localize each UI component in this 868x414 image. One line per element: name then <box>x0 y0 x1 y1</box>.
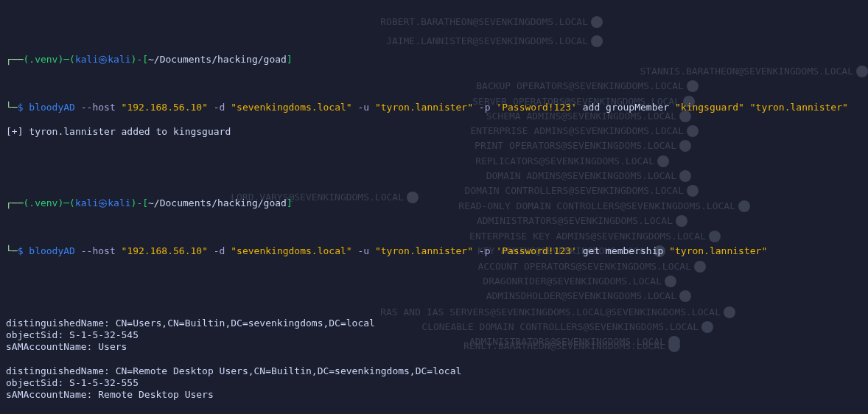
flag-u: -u <box>357 245 369 256</box>
tool-name: bloodyAD <box>29 102 75 113</box>
output-sam: sAMAccountName: Remote Desktop Users <box>6 389 862 401</box>
prompt-close: ] <box>287 197 293 208</box>
prompt-path: ~/Documents/hacking/goad <box>148 197 287 208</box>
val-host: "192.168.56.10" <box>122 102 208 113</box>
output-dn: distinguishedName: CN=Remote Desktop Use… <box>6 365 862 377</box>
output-added: [+] tyron.lannister added to kingsguard <box>6 126 862 138</box>
flag-d: -d <box>214 245 225 256</box>
val-d: "sevenkingdoms.local" <box>231 245 351 256</box>
prompt-line-2: ┌──(.venv)─(kali㉿kali)-[~/Documents/hack… <box>6 186 862 210</box>
prompt-skull: ㉿ <box>98 197 108 208</box>
val-u: "tyron.lannister" <box>375 245 473 256</box>
output-sid: objectSid: S-1-5-32-555 <box>6 377 862 389</box>
terminal[interactable]: ┌──(.venv)─(kali㉿kali)-[~/Documents/hack… <box>0 0 868 414</box>
output-dn: distinguishedName: CN=Users,CN=Builtin,D… <box>6 317 862 329</box>
flag-d: -d <box>214 102 225 113</box>
prompt-line-1: ┌──(.venv)─(kali㉿kali)-[~/Documents/hack… <box>6 42 862 66</box>
val-p: 'Password!123' <box>496 102 577 113</box>
prompt-corner: ┌── <box>6 54 23 65</box>
prompt-user: kali <box>75 54 98 65</box>
prompt-dash1: ─( <box>63 197 75 208</box>
output-sid: objectSid: S-1-5-32-545 <box>6 329 862 341</box>
prompt-dash1: ─( <box>63 54 75 65</box>
blank <box>6 270 862 281</box>
tool-name: bloodyAD <box>29 245 75 256</box>
prompt-host: kali <box>108 54 130 65</box>
prompt-path: ~/Documents/hacking/goad <box>148 54 287 65</box>
prompt-dash2: )-[ <box>131 197 148 208</box>
prompt-l2prefix: └─ <box>6 245 18 256</box>
flag-p: -p <box>479 102 491 113</box>
prompt-l2prefix: └─ <box>6 102 18 113</box>
command-line-1[interactable]: └─$ bloodyAD --host "192.168.56.10" -d "… <box>6 90 862 114</box>
prompt-skull: ㉿ <box>98 54 108 65</box>
prompt-dollar: $ <box>18 245 24 256</box>
val-u: "tyron.lannister" <box>375 102 473 113</box>
prompt-venv: (.venv) <box>23 54 63 65</box>
prompt-venv: (.venv) <box>23 197 63 208</box>
flag-u: -u <box>357 102 369 113</box>
membership-output: distinguishedName: CN=Users,CN=Builtin,D… <box>6 317 862 415</box>
prompt-dash2: )-[ <box>131 54 148 65</box>
flag-p: -p <box>479 245 491 256</box>
val-host: "192.168.56.10" <box>122 245 208 256</box>
blank <box>6 150 862 161</box>
val-d: "sevenkingdoms.local" <box>231 102 351 113</box>
arg1: "tyron.lannister" <box>669 245 767 256</box>
prompt-corner: ┌── <box>6 197 23 208</box>
prompt-host: kali <box>108 197 130 208</box>
prompt-dollar: $ <box>18 102 24 113</box>
subcmd: get membership <box>583 245 664 256</box>
blank <box>6 353 862 365</box>
arg2: "tyron.lannister" <box>750 102 848 113</box>
arg1: "kingsguard" <box>675 102 744 113</box>
subcmd: add groupMember <box>583 102 669 113</box>
flag-host: --host <box>81 102 116 113</box>
flag-host: --host <box>81 245 116 256</box>
blank <box>6 401 862 413</box>
prompt-user: kali <box>75 197 98 208</box>
output-sam: sAMAccountName: Users <box>6 341 862 353</box>
command-line-2[interactable]: └─$ bloodyAD --host "192.168.56.10" -d "… <box>6 234 862 258</box>
val-p: 'Password!123' <box>496 245 577 256</box>
prompt-close: ] <box>287 54 293 65</box>
